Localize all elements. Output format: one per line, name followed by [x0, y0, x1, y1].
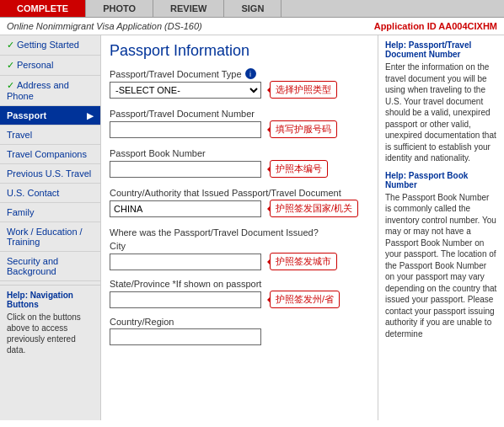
app-id-value: AA004CIXHM — [438, 21, 497, 31]
input-document-number[interactable] — [110, 121, 261, 138]
sidebar-item-family[interactable]: Family — [0, 203, 100, 222]
label-book-number: Passport Book Number — [110, 148, 369, 158]
field-country: Country/Region — [110, 317, 369, 345]
help-title-2: Help: Passport Book Number — [385, 171, 497, 189]
annotation-document-type: 选择护照类型 — [270, 81, 337, 99]
label-issued-where: Where was the Passport/Travel Document I… — [110, 227, 369, 238]
input-issuing-authority[interactable] — [110, 200, 261, 217]
tab-sign[interactable]: SIGN — [224, 0, 281, 17]
annotation-state-province: 护照签发州/省 — [270, 291, 340, 308]
sidebar-help: Help: Navigation Buttons Click on the bu… — [0, 285, 100, 360]
sidebar-item-work-education[interactable]: Work / Education / Training — [0, 222, 100, 252]
help-title-1: Help: Passport/Travel Document Number — [385, 40, 497, 59]
help-panel: Help: Passport/Travel Document Number En… — [378, 35, 504, 420]
content-area: Passport Information Passport/Travel Doc… — [101, 35, 378, 420]
label-issuing-authority: Country/Authority that Issued Passport/T… — [110, 188, 369, 198]
label-country: Country/Region — [110, 317, 369, 327]
annotation-book-number: 护照本编号 — [270, 160, 328, 178]
annotation-document-number: 填写护服号码 — [270, 120, 337, 138]
input-country[interactable] — [110, 328, 261, 345]
field-city: City 护照签发城市 — [110, 241, 369, 270]
field-state-province: State/Province *If shown on passport 护照签… — [110, 279, 369, 308]
sidebar-item-passport[interactable]: Passport ▶ — [0, 106, 100, 125]
tab-review[interactable]: REVIEW — [153, 0, 224, 17]
sidebar-item-travel[interactable]: Travel — [0, 125, 100, 145]
app-title: Online Nonimmigrant Visa Application (DS… — [7, 21, 202, 31]
sidebar-item-address[interactable]: ✓Address and Phone — [0, 76, 100, 106]
select-document-type[interactable]: -SELECT ONE- — [110, 82, 261, 99]
field-document-number: Passport/Travel Document Number 填写护服号码 — [110, 109, 369, 138]
sidebar-item-us-contact[interactable]: U.S. Contact — [0, 184, 100, 203]
input-city[interactable] — [110, 254, 261, 270]
sidebar-help-text: Click on the buttons above to access pre… — [7, 312, 94, 355]
help-text-1: Enter the information on the travel docu… — [385, 61, 497, 164]
field-document-type: Passport/Travel Document Type i -SELECT … — [110, 68, 369, 99]
sidebar-help-title: Help: Navigation Buttons — [7, 291, 94, 309]
label-city: City — [110, 241, 369, 251]
sidebar-item-personal[interactable]: ✓Personal — [0, 56, 100, 76]
label-state-province: State/Province *If shown on passport — [110, 279, 369, 289]
page-title: Passport Information — [110, 42, 369, 60]
app-id-label: Application ID — [374, 21, 437, 31]
input-book-number[interactable] — [110, 161, 261, 178]
tab-complete[interactable]: COMPLETE — [0, 0, 86, 17]
info-icon-document-type[interactable]: i — [245, 68, 256, 79]
field-issuing-authority: Country/Authority that Issued Passport/T… — [110, 188, 369, 217]
app-header: Online Nonimmigrant Visa Application (DS… — [0, 18, 504, 35]
tab-photo[interactable]: PHOTO — [86, 0, 153, 17]
help-text-2: The Passport Book Number is commonly cal… — [385, 192, 497, 340]
sidebar: ✓Getting Started ✓Personal ✓Address and … — [0, 35, 101, 420]
main-layout: ✓Getting Started ✓Personal ✓Address and … — [0, 35, 504, 420]
sidebar-item-getting-started[interactable]: ✓Getting Started — [0, 35, 100, 56]
annotation-issuing-authority: 护照签发国家/机关 — [270, 200, 358, 217]
sidebar-item-security[interactable]: Security and Background — [0, 252, 100, 281]
app-id: Application ID AA004CIXHM — [374, 21, 497, 31]
label-document-type: Passport/Travel Document Type i — [110, 68, 369, 79]
sidebar-item-travel-companions[interactable]: Travel Companions — [0, 145, 100, 164]
label-document-number: Passport/Travel Document Number — [110, 109, 369, 119]
sidebar-item-previous-us-travel[interactable]: Previous U.S. Travel — [0, 164, 100, 184]
field-book-number: Passport Book Number 护照本编号 — [110, 148, 369, 178]
top-nav: COMPLETE PHOTO REVIEW SIGN — [0, 0, 504, 18]
annotation-city: 护照签发城市 — [270, 253, 337, 270]
input-state-province[interactable] — [110, 291, 261, 308]
